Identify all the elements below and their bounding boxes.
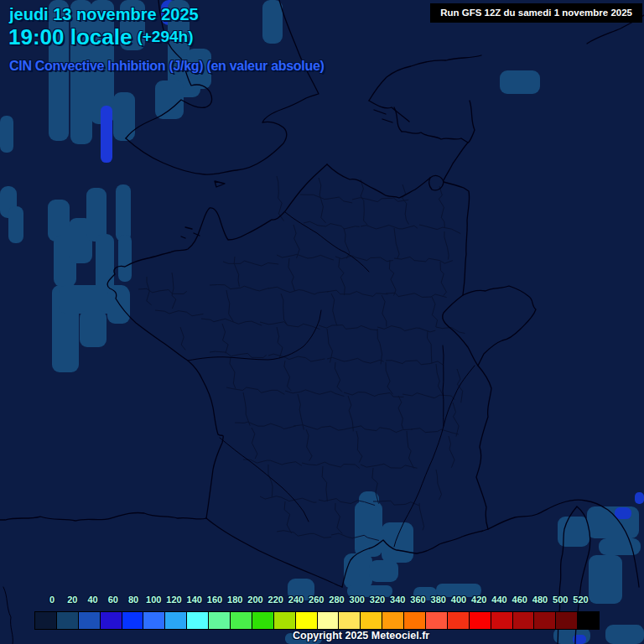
cin-patch: [113, 92, 135, 141]
department-line: [155, 310, 203, 316]
scale-label: 480: [532, 595, 548, 605]
isle-of-wight: [215, 181, 225, 187]
scale-label: 340: [390, 595, 405, 605]
copyright-text: Copyright 2025 Meteociel.fr: [293, 630, 429, 641]
border-switzerland: [443, 286, 536, 366]
department-line: [293, 225, 299, 258]
department-line: [352, 198, 408, 202]
scale-color-cell: [122, 612, 144, 629]
border-netherlands-germany: [468, 101, 475, 143]
department-line: [223, 261, 278, 266]
department-line: [361, 226, 418, 230]
cin-patch: [635, 492, 644, 504]
color-scale-labels: 0204060801001201401601802002202402602803…: [0, 595, 644, 607]
scale-color-cell: [491, 612, 513, 629]
scale-label: 500: [553, 595, 568, 605]
scale-label: 320: [370, 595, 385, 605]
department-line: [226, 290, 233, 322]
cin-patch: [0, 116, 13, 153]
scale-color-cell: [426, 612, 448, 629]
cin-patch: [369, 560, 398, 582]
river-saone: [443, 345, 444, 426]
scale-color-cell: [231, 612, 252, 629]
scale-color-cell: [209, 612, 231, 629]
department-line: [377, 326, 435, 332]
forecast-time: 19:00 locale(+294h): [8, 24, 194, 50]
department-line: [300, 195, 352, 203]
coast-france-west: [107, 164, 327, 518]
department-line: [138, 288, 187, 293]
scale-label: 400: [451, 595, 466, 605]
scale-label: 240: [288, 595, 304, 605]
cin-patch: [615, 507, 631, 519]
department-line: [335, 362, 342, 392]
map-canvas: [0, 0, 644, 644]
scale-color-cell: [513, 612, 535, 629]
scale-color-cell: [57, 612, 79, 629]
department-line: [377, 329, 382, 364]
border-belgium-germany: [444, 143, 468, 180]
scale-label: 260: [309, 595, 324, 605]
scale-color-cell: [165, 612, 187, 629]
forecast-date: jeudi 13 novembre 2025: [9, 5, 199, 24]
department-line: [344, 392, 403, 397]
scale-label: 40: [87, 595, 97, 605]
scale-color-cell: [361, 612, 382, 629]
department-line: [268, 354, 325, 361]
department-line: [281, 293, 288, 325]
department-line: [348, 396, 353, 431]
border-luxembourg: [429, 176, 444, 190]
scale-label: 380: [431, 595, 446, 605]
department-line: [402, 184, 409, 224]
scale-color-cell: [274, 612, 296, 629]
scale-color-cell: [448, 612, 470, 629]
department-line: [432, 297, 438, 327]
department-line: [180, 327, 185, 350]
department-line: [260, 496, 317, 503]
department-line: [419, 503, 424, 530]
cin-patch: [262, 0, 283, 44]
department-line: [268, 465, 273, 496]
scale-color-cell: [470, 612, 491, 629]
department-line: [235, 422, 296, 428]
cin-field-patches: [0, 0, 644, 644]
department-line: [302, 462, 360, 468]
department-line: [319, 178, 326, 223]
river-seine: [285, 212, 369, 272]
forecast-time-value: 19:00 locale: [8, 24, 132, 49]
department-line: [361, 464, 418, 468]
cin-patch: [86, 188, 106, 242]
scale-label: 520: [573, 595, 588, 605]
coast-zeeland: [369, 101, 409, 122]
river-loire: [188, 310, 321, 361]
cin-patch: [116, 184, 131, 242]
department-line: [304, 221, 360, 229]
scale-label: 0: [49, 595, 55, 605]
scale-label: 440: [491, 595, 506, 605]
scale-color-cell: [187, 612, 209, 629]
department-line: [394, 228, 399, 259]
scale-label: 420: [471, 595, 486, 605]
scale-color-cell: [556, 612, 578, 629]
scale-color-cell: [35, 612, 57, 629]
department-line: [436, 470, 442, 500]
scale-label: 80: [128, 595, 138, 605]
scale-label: 280: [329, 595, 344, 605]
department-line: [322, 466, 327, 501]
department-line: [331, 293, 337, 325]
cin-patch: [107, 287, 130, 324]
border-france-belgium: [327, 164, 430, 198]
department-line: [284, 501, 292, 533]
forecast-offset: (+294h): [137, 28, 193, 45]
scale-color-cell: [101, 612, 122, 629]
department-line: [277, 327, 283, 358]
scale-label: 200: [247, 595, 262, 605]
department-line: [260, 322, 320, 330]
cin-patch: [599, 538, 641, 555]
department-line: [419, 225, 460, 234]
department-line: [306, 429, 312, 461]
department-line: [440, 262, 446, 296]
department-line: [352, 426, 413, 433]
cin-patch: [101, 106, 112, 163]
scale-label: 180: [227, 595, 242, 605]
